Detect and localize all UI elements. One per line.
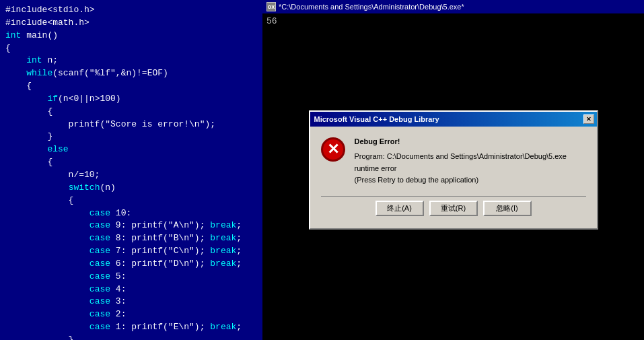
code-line-19: case 8: printf("B\n"); break; (5, 232, 257, 245)
code-line-12: else (5, 143, 257, 156)
program-line: Program: C:\Documents and Settings\Admin… (355, 151, 567, 163)
code-line-21: case 6: printf("D\n"); break; (5, 258, 257, 271)
dialog-buttons: 终止(A) 重试(R) 忽略(I) (321, 196, 586, 222)
code-line-20: case 7: printf("C\n"); break; (5, 245, 257, 258)
code-line-27: } (5, 334, 257, 340)
code-line-4: { (5, 42, 257, 55)
dialog-text-block: Debug Error! Program: C:\Documents and S… (355, 136, 567, 186)
runtime-line: runtime error (355, 163, 567, 175)
code-line-8: if(n<0||n>100) (5, 93, 257, 106)
code-line-13: { (5, 156, 257, 169)
dialog-body: ✕ Debug Error! Program: C:\Documents and… (310, 127, 597, 228)
terminal-window: ox *C:\Documents and Settings\Administra… (262, 0, 644, 340)
ignore-button[interactable]: 忽略(I) (483, 201, 532, 216)
code-line-22: case 5: (5, 271, 257, 283)
abort-button[interactable]: 终止(A) (375, 201, 424, 216)
code-line-9: { (5, 106, 257, 118)
code-line-15: switch(n) (5, 182, 257, 195)
dialog-content-row: ✕ Debug Error! Program: C:\Documents and… (321, 136, 586, 186)
code-line-14: n/=10; (5, 169, 257, 182)
error-dialog: Microsoft Visual C++ Debug Library ✕ ✕ D… (309, 110, 598, 229)
code-line-6: while(scanf("%lf",&n)!=EOF) (5, 67, 257, 80)
dialog-close-button[interactable]: ✕ (583, 114, 594, 124)
dialog-titlebar: Microsoft Visual C++ Debug Library ✕ (310, 112, 597, 127)
code-line-24: case 3: (5, 296, 257, 308)
error-icon: ✕ (321, 137, 345, 162)
press-retry-line: (Press Retry to debug the application) (355, 174, 567, 186)
code-line-10: printf("Score is error!\n"); (5, 118, 257, 131)
code-line-23: case 4: (5, 283, 257, 296)
code-line-25: case 2: (5, 308, 257, 321)
dialog-overlay: Microsoft Visual C++ Debug Library ✕ ✕ D… (262, 0, 644, 340)
code-line-16: { (5, 195, 257, 207)
code-line-3: int main() (5, 30, 257, 42)
code-line-18: case 9: printf("A\n"); break; (5, 219, 257, 232)
code-line-5: int n; (5, 55, 257, 67)
code-line-17: case 10: (5, 207, 257, 220)
dialog-title-area: Microsoft Visual C++ Debug Library (314, 115, 439, 123)
code-line-11: } (5, 131, 257, 143)
code-line-1: #include<stdio.h> (5, 4, 257, 17)
retry-button[interactable]: 重试(R) (429, 201, 478, 216)
code-line-7: { (5, 80, 257, 93)
code-line-26: case 1: printf("E\n"); break; (5, 321, 257, 334)
dialog-title-label: Microsoft Visual C++ Debug Library (314, 115, 439, 123)
debug-error-label: Debug Error! (355, 136, 567, 148)
code-line-2: #include<math.h> (5, 17, 257, 30)
code-editor: #include<stdio.h> #include<math.h> int m… (0, 0, 262, 340)
